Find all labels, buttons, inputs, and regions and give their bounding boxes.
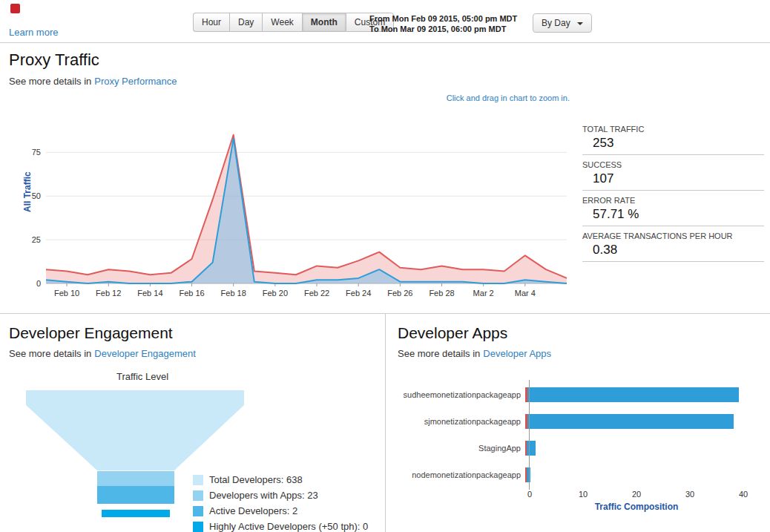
bottom-sections: Developer Engagement See more details in…: [0, 314, 770, 532]
developer-apps-link[interactable]: Developer Apps: [483, 348, 551, 359]
svg-text:0: 0: [36, 279, 41, 288]
developer-engagement-details: See more details inDeveloper Engagement: [9, 348, 376, 359]
svg-text:25: 25: [32, 235, 41, 244]
stat-value: 253: [593, 136, 764, 151]
date-range-to: To Mon Mar 09 2015, 06:00 pm MDT: [369, 24, 517, 34]
developer-engagement-title: Developer Engagement: [9, 324, 376, 342]
legend-swatch-icon: [193, 490, 203, 501]
funnel-legend: Total Developers: 638Developers with App…: [193, 472, 368, 532]
range-button-month[interactable]: Month: [302, 13, 346, 32]
stat-label: TOTAL TRAFFIC: [582, 125, 764, 134]
legend-item: Developers with Apps: 23: [193, 487, 368, 503]
x-axis-label: Traffic Composition: [530, 502, 743, 512]
svg-text:Feb 24: Feb 24: [346, 289, 371, 298]
developer-apps-details: See more details inDeveloper Apps: [398, 348, 758, 359]
date-range-from: From Mon Feb 09 2015, 05:00 pm MDT: [369, 13, 517, 24]
details-prefix: See more details in: [398, 348, 480, 359]
legend-item: Highly Active Developers (+50 tph): 0: [193, 519, 368, 532]
stat-label: SUCCESS: [582, 160, 764, 169]
svg-text:Feb 18: Feb 18: [221, 289, 246, 298]
details-prefix: See more details in: [9, 348, 91, 359]
proxy-traffic-section: Proxy Traffic See more details inProxy P…: [0, 50, 770, 314]
legend-label: Highly Active Developers (+50 tph): 0: [209, 521, 368, 532]
developer-apps-section: Developer Apps See more details inDevelo…: [386, 314, 770, 532]
svg-text:50: 50: [32, 191, 41, 200]
learn-more-link[interactable]: Learn more: [9, 27, 58, 38]
svg-text:Feb 22: Feb 22: [304, 289, 329, 298]
legend-item: Total Developers: 638: [193, 472, 368, 487]
funnel-area: Traffic Level Total Developers: 638Devel…: [9, 371, 376, 531]
range-button-week[interactable]: Week: [262, 13, 301, 32]
bar-axis-ticks: 010203040: [530, 490, 758, 500]
legend-label: Total Developers: 638: [209, 474, 303, 485]
range-button-day[interactable]: Day: [229, 13, 262, 32]
proxy-traffic-details: See more details inProxy Performance: [9, 76, 770, 87]
bar-axis-tick: 10: [579, 490, 588, 499]
by-day-dropdown[interactable]: By Day: [533, 13, 592, 33]
stat-block: ERROR RATE57.71 %: [582, 196, 764, 226]
legend-swatch-icon: [193, 506, 203, 516]
stat-label: ERROR RATE: [582, 196, 764, 205]
proxy-performance-link[interactable]: Proxy Performance: [94, 76, 177, 87]
details-prefix: See more details in: [9, 76, 91, 87]
svg-text:Feb 16: Feb 16: [179, 289, 204, 298]
zoom-hint: Click and drag in chart to zoom in.: [447, 93, 570, 102]
stat-value: 107: [593, 171, 764, 186]
caret-down-icon: [577, 22, 583, 25]
bar-row: sjmonetizationpackageapp: [398, 408, 758, 435]
svg-text:Mar 2: Mar 2: [473, 289, 494, 298]
bar-track: [525, 414, 734, 429]
bar-label: nodemonetizationpackageapp: [398, 470, 525, 479]
stat-label: AVERAGE TRANSACTIONS PER HOUR: [582, 231, 764, 240]
by-day-label: By Day: [542, 18, 570, 28]
legend-label: Developers with Apps: 23: [209, 490, 318, 501]
bar-axis-tick: 0: [527, 490, 532, 499]
svg-text:Feb 26: Feb 26: [387, 289, 412, 298]
topbar: Learn more HourDayWeekMonthCustom From M…: [0, 0, 770, 43]
svg-text:Feb 20: Feb 20: [263, 289, 288, 298]
stat-block: SUCCESS107: [582, 160, 764, 191]
proxy-traffic-chart[interactable]: 0255075Feb 10Feb 12Feb 14Feb 16Feb 18Feb…: [13, 116, 571, 313]
bar-track: [525, 467, 530, 482]
bar-axis-tick: 40: [739, 490, 748, 499]
bar-axis-line: [529, 380, 530, 490]
developer-apps-title: Developer Apps: [398, 324, 758, 342]
svg-text:Feb 28: Feb 28: [429, 289, 454, 298]
bar-traffic-segment[interactable]: [527, 387, 739, 402]
funnel-title: Traffic Level: [20, 371, 265, 382]
stat-block: TOTAL TRAFFIC253: [582, 125, 764, 155]
bar-label: sudheemonetizationpackageapp: [398, 390, 525, 399]
developer-apps-chart: sudheemonetizationpackageappsjmonetizati…: [398, 381, 758, 500]
proxy-traffic-title: Proxy Traffic: [9, 50, 770, 70]
bar-row: sudheemonetizationpackageapp: [398, 381, 758, 408]
bar-axis-tick: 20: [632, 490, 641, 499]
developer-engagement-section: Developer Engagement See more details in…: [0, 314, 386, 532]
legend-swatch-icon: [193, 475, 203, 485]
svg-text:Mar 4: Mar 4: [515, 289, 536, 298]
range-button-hour[interactable]: Hour: [193, 13, 229, 32]
svg-text:75: 75: [32, 148, 41, 157]
range-button-group: HourDayWeekMonthCustom: [193, 13, 394, 32]
bar-traffic-segment[interactable]: [527, 441, 536, 456]
bar-label: StagingApp: [398, 444, 525, 453]
bar-rows: sudheemonetizationpackageappsjmonetizati…: [398, 381, 758, 488]
svg-text:Feb 14: Feb 14: [137, 289, 162, 298]
bar-track: [525, 441, 536, 456]
legend-swatch-icon: [193, 522, 203, 532]
stat-value: 0.38: [593, 243, 764, 257]
brand-icon: [10, 4, 20, 13]
bar-row: nodemonetizationpackageapp: [398, 462, 758, 488]
stat-block: AVERAGE TRANSACTIONS PER HOUR0.38: [582, 231, 764, 262]
legend-item: Active Developers: 2: [193, 503, 368, 519]
svg-text:Feb 12: Feb 12: [96, 289, 121, 298]
developer-engagement-link[interactable]: Developer Engagement: [94, 348, 196, 359]
date-range: From Mon Feb 09 2015, 05:00 pm MDT To Mo…: [369, 13, 517, 34]
bar-traffic-segment[interactable]: [527, 414, 734, 429]
bar-label: sjmonetizationpackageapp: [398, 417, 525, 426]
svg-text:Feb 10: Feb 10: [54, 289, 79, 298]
stat-value: 57.71 %: [593, 207, 764, 222]
stats-panel: TOTAL TRAFFIC253SUCCESS107ERROR RATE57.7…: [582, 125, 764, 267]
bar-axis-tick: 30: [685, 490, 694, 499]
legend-label: Active Developers: 2: [209, 505, 297, 516]
bar-track: [525, 387, 739, 402]
